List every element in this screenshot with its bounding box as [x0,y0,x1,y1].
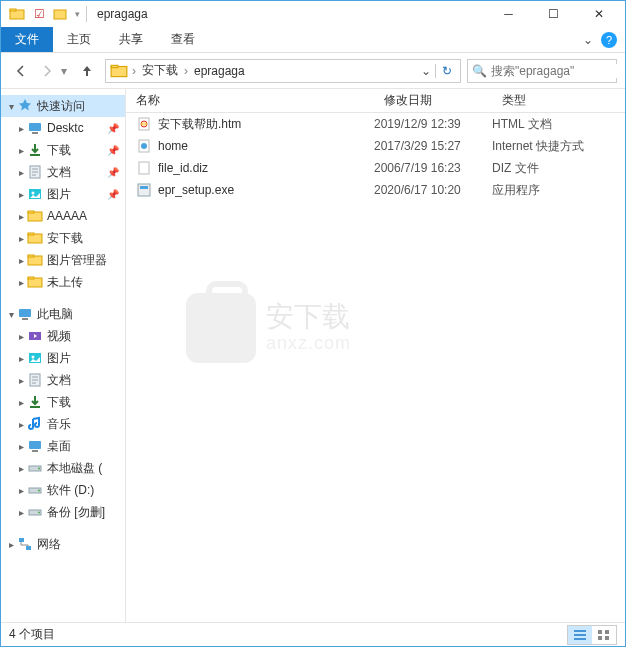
address-bar[interactable]: › 安下载 › epragaga ⌄ ↻ [105,59,461,83]
caret-right-icon[interactable]: ▸ [15,211,27,222]
svg-rect-14 [28,233,34,235]
close-button[interactable]: ✕ [576,1,621,27]
file-name: epr_setup.exe [158,183,374,197]
maximize-button[interactable]: ☐ [531,1,576,27]
tab-view[interactable]: 查看 [157,27,209,52]
caret-right-icon[interactable]: ▸ [15,463,27,474]
tab-share[interactable]: 共享 [105,27,157,52]
column-name[interactable]: 名称 [126,92,374,109]
caret-right-icon[interactable]: ▸ [15,331,27,342]
file-row[interactable]: home2017/3/29 15:27Internet 快捷方式 [126,135,625,157]
tree-label: 图片管理器 [47,252,107,269]
history-dropdown-icon[interactable]: ▾ [61,64,73,78]
breadcrumb-item[interactable]: 安下载 [138,62,182,79]
caret-right-icon[interactable]: ▸ [15,375,27,386]
back-button[interactable] [9,59,33,83]
column-modified[interactable]: 修改日期 [374,92,492,109]
tree-item[interactable]: ▸图片 [1,347,125,369]
window-title: epragaga [93,7,148,21]
quick-access-toolbar: ☑ ▾ [5,6,80,22]
address-dropdown-icon[interactable]: ⌄ [417,64,435,78]
thumbnails-view-button[interactable] [592,626,616,644]
tree-item[interactable]: ▸图片管理器 [1,249,125,271]
svg-rect-7 [30,154,40,156]
pc-icon [17,306,33,322]
tree-item[interactable]: ▸软件 (D:) [1,479,125,501]
music-icon [27,416,43,432]
tree-this-pc[interactable]: ▾ 此电脑 [1,303,125,325]
up-button[interactable] [75,59,99,83]
caret-right-icon[interactable]: ▸ [15,233,27,244]
video-icon [27,328,43,344]
file-row[interactable]: 安下载帮助.htm2019/12/9 12:39HTML 文档 [126,113,625,135]
caret-right-icon[interactable]: ▸ [15,397,27,408]
caret-right-icon[interactable]: ▸ [15,419,27,430]
tree-quick-access[interactable]: ▾ 快速访问 [1,95,125,117]
tree-item[interactable]: ▸Desktc📌 [1,117,125,139]
chevron-right-icon[interactable]: › [130,64,138,78]
folder-icon [27,252,43,268]
svg-point-23 [32,356,35,359]
file-name: home [158,139,374,153]
tree-item[interactable]: ▸AAAAA [1,205,125,227]
caret-right-icon[interactable]: ▸ [15,507,27,518]
svg-rect-4 [111,65,118,67]
tree-item[interactable]: ▸文档📌 [1,161,125,183]
svg-rect-47 [605,636,609,640]
breadcrumb-item[interactable]: epragaga [190,64,249,78]
tree-item[interactable]: ▸安下载 [1,227,125,249]
caret-right-icon[interactable]: ▸ [15,485,27,496]
tree-item[interactable]: ▸图片📌 [1,183,125,205]
tree-item[interactable]: ▸桌面 [1,435,125,457]
tree-item[interactable]: ▸文档 [1,369,125,391]
search-box[interactable]: 🔍 [467,59,617,83]
caret-right-icon[interactable]: ▸ [5,539,17,550]
caret-right-icon[interactable]: ▸ [15,123,27,134]
new-folder-icon[interactable] [53,6,69,22]
tree-item[interactable]: ▸视频 [1,325,125,347]
caret-right-icon[interactable]: ▸ [15,189,27,200]
refresh-button[interactable]: ↻ [435,64,458,78]
tree-item[interactable]: ▸未上传 [1,271,125,293]
file-list[interactable]: 安下载帮助.htm2019/12/9 12:39HTML 文档home2017/… [126,113,625,622]
tree-item[interactable]: ▸下载📌 [1,139,125,161]
tree-label: Desktc [47,121,84,135]
chevron-right-icon[interactable]: › [182,64,190,78]
file-row[interactable]: epr_setup.exe2020/6/17 10:20应用程序 [126,179,625,201]
search-input[interactable] [491,64,626,78]
desktop-icon [27,438,43,454]
tree-label: 图片 [47,186,71,203]
caret-right-icon[interactable]: ▸ [15,277,27,288]
caret-right-icon[interactable]: ▸ [15,441,27,452]
caret-right-icon[interactable]: ▸ [15,353,27,364]
properties-icon[interactable]: ☑ [31,6,47,22]
pin-icon: 📌 [107,145,119,156]
tree-item[interactable]: ▸备份 [勿删] [1,501,125,523]
caret-down-icon[interactable]: ▾ [5,309,17,320]
expand-ribbon-icon[interactable]: ⌄ [583,33,593,47]
qat-dropdown-icon[interactable]: ▾ [75,9,80,19]
caret-right-icon[interactable]: ▸ [15,145,27,156]
svg-rect-27 [32,450,38,452]
navigation-bar: ▾ › 安下载 › epragaga ⌄ ↻ 🔍 [1,53,625,89]
file-date: 2017/3/29 15:27 [374,139,492,153]
navigation-pane[interactable]: ▾ 快速访问 ▸Desktc📌▸下载📌▸文档📌▸图片📌▸AAAAA▸安下载▸图片… [1,89,126,622]
tab-home[interactable]: 主页 [53,27,105,52]
tree-item[interactable]: ▸下载 [1,391,125,413]
caret-down-icon[interactable]: ▾ [5,101,17,112]
forward-button[interactable] [35,59,59,83]
minimize-button[interactable]: ─ [486,1,531,27]
caret-right-icon[interactable]: ▸ [15,167,27,178]
tree-item[interactable]: ▸本地磁盘 ( [1,457,125,479]
tab-file[interactable]: 文件 [1,27,53,52]
column-type[interactable]: 类型 [492,92,625,109]
caret-right-icon[interactable]: ▸ [15,255,27,266]
tree-label: 视频 [47,328,71,345]
file-row[interactable]: file_id.diz2006/7/19 16:23DIZ 文件 [126,157,625,179]
help-button[interactable]: ? [601,32,617,48]
tree-item[interactable]: ▸音乐 [1,413,125,435]
tree-label: 本地磁盘 ( [47,460,102,477]
tree-network[interactable]: ▸ 网络 [1,533,125,555]
details-view-button[interactable] [568,626,592,644]
drive-icon [27,482,43,498]
